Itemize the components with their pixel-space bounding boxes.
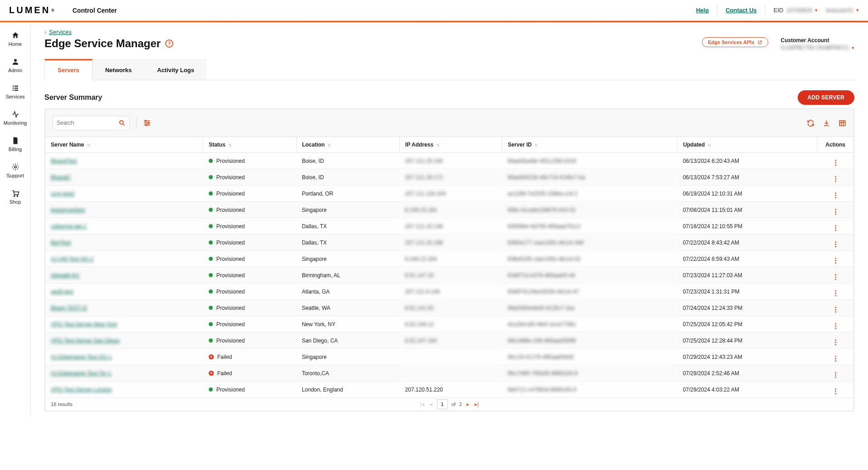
row-actions-menu-icon[interactable] — [835, 274, 836, 280]
help-icon[interactable]: ? — [165, 39, 173, 48]
ip-cell — [400, 365, 502, 382]
server-name-link[interactable]: seq5-test — [51, 289, 73, 295]
row-actions-menu-icon[interactable] — [835, 176, 836, 182]
svg-rect-5 — [13, 90, 14, 91]
tab-networks[interactable]: Networks — [93, 59, 145, 80]
eid-dropdown[interactable]: EID 10743828 ▾ — [774, 7, 818, 14]
server-name-link[interactable]: AJ-VM-Test-SG-2 — [51, 256, 93, 262]
ip-cell: 207.120.51.220 — [400, 382, 502, 398]
invoice-icon — [11, 137, 20, 145]
row-actions-menu-icon[interactable] — [835, 323, 836, 329]
server-name-link[interactable]: BharatTest — [51, 158, 77, 164]
support-icon — [11, 163, 20, 171]
col-updated[interactable]: Updated↑↓ — [677, 137, 817, 153]
server-name-link[interactable]: VPG-Test-Server-New-York — [51, 321, 117, 328]
row-actions-menu-icon[interactable] — [835, 160, 836, 166]
server-id-cell: 4cu284-bf0-4fe9-1e1e7785c — [502, 316, 677, 333]
nav-label: Support — [6, 173, 24, 178]
filter-icon[interactable] — [143, 119, 151, 127]
server-id-cell: 636e9185-1aec200c-8e1nt-02 — [502, 251, 677, 267]
nav-monitoring[interactable]: Monitoring — [0, 105, 30, 131]
status-ok-icon — [209, 306, 213, 310]
external-link-icon — [757, 40, 762, 45]
col-server-id[interactable]: Server ID↑↓ — [502, 137, 677, 153]
status-text: Provisioned — [216, 240, 245, 246]
add-server-button[interactable]: ADD SERVER — [798, 90, 854, 105]
search-icon[interactable] — [118, 119, 126, 127]
status-cell: Provisioned — [209, 191, 291, 197]
nav-admin[interactable]: Admin — [0, 52, 30, 78]
server-name-link[interactable]: sitewalk-th1 — [51, 272, 79, 279]
row-actions-menu-icon[interactable] — [835, 339, 836, 345]
col-server-name[interactable]: Server Name↑↓ — [45, 137, 203, 153]
col-status[interactable]: Status↑↓ — [203, 137, 297, 153]
tab-activity-logs[interactable]: Activity Logs — [144, 59, 207, 80]
server-name-link[interactable]: VPG-Test-Server-London — [51, 387, 112, 393]
updated-cell: 07/22/2024 8:59:43 AM — [677, 251, 817, 267]
svg-rect-6 — [14, 90, 18, 91]
server-summary-title: Server Summary — [44, 93, 102, 102]
server-name-link[interactable]: BlueA-TEST-t2 — [51, 305, 87, 311]
server-name-link[interactable]: AJ-Edgename-Test-SG-1 — [51, 354, 112, 360]
nav-home[interactable]: Home — [0, 26, 30, 52]
status-cell: Provisioned — [209, 305, 291, 311]
tab-servers[interactable]: Servers — [44, 59, 93, 80]
pager-last-icon[interactable]: ▸| — [474, 401, 480, 407]
updated-cell: 07/18/2024 12:10:55 PM — [677, 218, 817, 235]
table-row: BharatCProvisionedBoise, ID207.121.29.17… — [45, 169, 853, 186]
status-ok-icon — [209, 257, 213, 261]
nav-shop[interactable]: Shop — [0, 184, 30, 210]
sort-icon: ↑↓ — [436, 142, 439, 147]
breadcrumb-services-link[interactable]: Services — [49, 29, 72, 35]
chevron-down-icon: ▾ — [852, 45, 854, 51]
server-name-link[interactable]: AJ-Edgename-Test-Tor-1 — [51, 370, 111, 377]
row-actions-menu-icon[interactable] — [835, 372, 836, 378]
location-cell: Seattle, WA — [296, 300, 399, 316]
row-actions-menu-icon[interactable] — [835, 241, 836, 247]
row-actions-menu-icon[interactable] — [835, 192, 836, 198]
contact-us-link[interactable]: Contact Us — [726, 7, 757, 14]
user-icon — [11, 58, 20, 66]
status-cell: Provisioned — [209, 158, 291, 164]
server-name-link[interactable]: VPG-Test-Server-San-Diego — [51, 338, 119, 344]
server-name-link[interactable]: ncm-test2 — [51, 191, 75, 197]
nav-support[interactable]: Support — [0, 157, 30, 184]
user-dropdown[interactable]: testuser01 ▾ — [826, 7, 859, 14]
pager-first-icon[interactable]: |◂ — [419, 401, 425, 407]
pager-prev-icon[interactable]: ◂ — [429, 401, 433, 407]
customer-account-selector[interactable]: Customer Account S-LWPBC764 (TestBPMCC) … — [781, 37, 854, 51]
server-name-link[interactable]: BharatC — [51, 174, 71, 181]
nav-billing[interactable]: Billing — [0, 131, 30, 157]
server-summary-panel: Server Name↑↓ Status↑↓ Location↑↓ IP Add… — [44, 108, 854, 411]
row-actions-menu-icon[interactable] — [835, 258, 836, 264]
server-id-cell: 80aeb9422b-48c718-4146c7-ba — [502, 169, 677, 186]
col-ip-address[interactable]: IP Address↑↓ — [400, 137, 502, 153]
row-actions-menu-icon[interactable] — [835, 388, 836, 394]
download-icon[interactable] — [823, 119, 830, 127]
nav-services[interactable]: Services — [0, 78, 30, 105]
help-link[interactable]: Help — [696, 7, 709, 14]
row-actions-menu-icon[interactable] — [835, 209, 836, 215]
server-name-link[interactable]: BertTest — [51, 240, 71, 246]
status-cell: Provisioned — [209, 207, 291, 213]
divider — [765, 6, 765, 15]
pager-next-icon[interactable]: ▸ — [466, 401, 470, 407]
location-cell: Singapore — [296, 349, 399, 365]
table-row: ncm-test2ProvisionedPortland, OR207.121.… — [45, 186, 853, 202]
search-input-wrapper — [53, 116, 130, 130]
row-actions-menu-icon[interactable] — [835, 290, 836, 296]
row-actions-menu-icon[interactable] — [835, 225, 836, 231]
columns-icon[interactable] — [839, 119, 846, 127]
eid-value: 10743828 — [786, 7, 812, 14]
row-actions-menu-icon[interactable] — [835, 307, 836, 313]
edge-services-apis-button[interactable]: Edge Services APIs — [702, 37, 768, 47]
server-name-link[interactable]: ruthermd-del-2 — [51, 223, 87, 230]
ip-cell: 207.121.20.198 — [400, 235, 502, 251]
search-input[interactable] — [57, 120, 111, 126]
refresh-icon[interactable] — [807, 119, 814, 127]
row-actions-menu-icon[interactable] — [835, 356, 836, 362]
table-row: BharatTestProvisionedBoise, ID207.121.29… — [45, 153, 853, 169]
pager-page-input[interactable] — [437, 399, 448, 409]
server-name-link[interactable]: testserverbest — [51, 207, 85, 213]
col-location[interactable]: Location↑↓ — [296, 137, 399, 153]
